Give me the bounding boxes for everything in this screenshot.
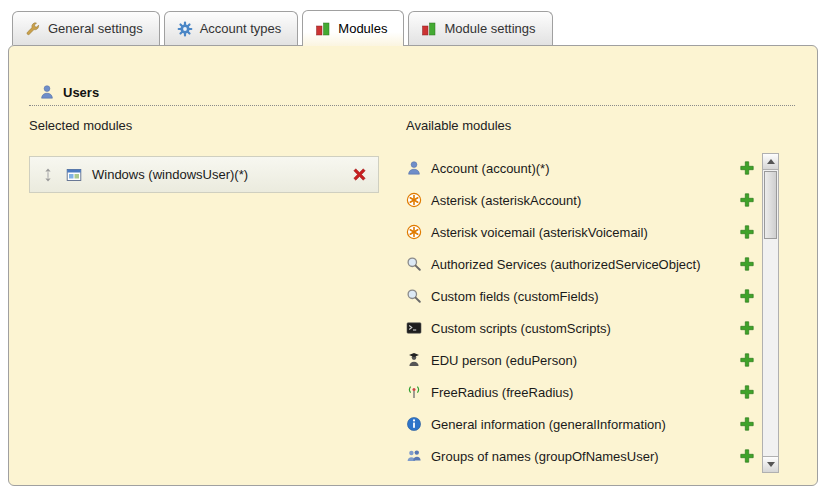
add-module-button[interactable]: [738, 447, 756, 465]
plus-icon: [739, 160, 755, 176]
asterisk-icon: [406, 224, 422, 240]
plus-icon: [739, 352, 755, 368]
available-module-label: Custom scripts (customScripts): [431, 321, 611, 336]
available-module-row: Custom scripts (customScripts): [406, 312, 756, 344]
magnifier-icon: [406, 256, 422, 272]
plus-icon: [739, 320, 755, 336]
plus-icon: [739, 288, 755, 304]
scroll-up-button[interactable]: [763, 154, 778, 170]
available-module-row: Authorized Services (authorizedServiceOb…: [406, 248, 756, 280]
tab-module-settings[interactable]: Module settings: [408, 11, 552, 45]
windows-icon: [66, 167, 82, 183]
add-module-button[interactable]: [738, 415, 756, 433]
tab-account-types[interactable]: Account types: [164, 11, 299, 45]
available-module-row: Custom fields (customFields): [406, 280, 756, 312]
person-icon: [406, 160, 422, 176]
available-module-row: Groups of names (groupOfNamesUser): [406, 440, 756, 472]
available-module-row: EDU person (eduPerson): [406, 344, 756, 376]
delete-icon: [351, 166, 368, 183]
gear-icon: [177, 21, 193, 37]
remove-module-button[interactable]: [350, 166, 368, 184]
available-module-label: EDU person (eduPerson): [431, 353, 577, 368]
available-module-label: Authorized Services (authorizedServiceOb…: [431, 257, 701, 272]
add-module-button[interactable]: [738, 223, 756, 241]
available-module-row: Account (account)(*): [406, 152, 756, 184]
group-icon: [406, 448, 422, 464]
available-module-label: Groups of names (groupOfNamesUser): [431, 449, 659, 464]
add-module-button[interactable]: [738, 383, 756, 401]
tab-label: Module settings: [444, 21, 535, 36]
available-module-label: Account (account)(*): [431, 161, 550, 176]
section-divider: [29, 90, 795, 106]
triangle-up-icon: [767, 159, 775, 164]
available-modules-list: Account (account)(*) Asterisk (asteriskA…: [406, 152, 756, 472]
available-module-label: Asterisk voicemail (asteriskVoicemail): [431, 225, 648, 240]
plus-icon: [739, 256, 755, 272]
add-module-button[interactable]: [738, 351, 756, 369]
edu-person-icon: [406, 352, 422, 368]
plus-icon: [739, 384, 755, 400]
available-modules-scrollbar[interactable]: [762, 153, 779, 473]
available-module-label: Custom fields (customFields): [431, 289, 599, 304]
modules-icon: [421, 21, 437, 37]
tab-label: Modules: [338, 21, 387, 36]
add-module-button[interactable]: [738, 255, 756, 273]
available-module-label: Asterisk (asteriskAccount): [431, 193, 581, 208]
tab-general-settings[interactable]: General settings: [12, 11, 160, 45]
info-icon: [406, 416, 422, 432]
selected-module-label: Windows (windowsUser)(*): [92, 167, 248, 182]
selected-modules-heading: Selected modules: [29, 118, 132, 133]
modules-panel: Users Selected modules Available modules…: [8, 45, 818, 486]
plus-icon: [739, 416, 755, 432]
available-module-label: FreeRadius (freeRadius): [431, 385, 573, 400]
tab-modules[interactable]: Modules: [302, 10, 404, 46]
scroll-down-button[interactable]: [763, 456, 778, 472]
selected-module-row[interactable]: Windows (windowsUser)(*): [29, 156, 379, 193]
add-module-button[interactable]: [738, 287, 756, 305]
antenna-icon: [406, 384, 422, 400]
available-modules-heading: Available modules: [406, 118, 511, 133]
triangle-down-icon: [767, 462, 775, 467]
scrollbar-thumb[interactable]: [764, 171, 777, 239]
add-module-button[interactable]: [738, 159, 756, 177]
plus-icon: [739, 224, 755, 240]
magnifier-icon: [406, 288, 422, 304]
page: General settings Account types Modules M…: [0, 0, 826, 486]
available-module-label: General information (generalInformation): [431, 417, 666, 432]
available-module-row: Asterisk (asteriskAccount): [406, 184, 756, 216]
tab-bar: General settings Account types Modules M…: [12, 10, 553, 46]
modules-icon: [315, 21, 331, 37]
tab-label: Account types: [200, 21, 282, 36]
add-module-button[interactable]: [738, 319, 756, 337]
wrench-icon: [25, 21, 41, 37]
add-module-button[interactable]: [738, 191, 756, 209]
terminal-icon: [406, 320, 422, 336]
plus-icon: [739, 192, 755, 208]
available-module-row: Asterisk voicemail (asteriskVoicemail): [406, 216, 756, 248]
available-module-row: FreeRadius (freeRadius): [406, 376, 756, 408]
asterisk-icon: [406, 192, 422, 208]
available-module-row: General information (generalInformation): [406, 408, 756, 440]
tab-label: General settings: [48, 21, 143, 36]
plus-icon: [739, 448, 755, 464]
drag-handle-icon[interactable]: [40, 167, 56, 183]
